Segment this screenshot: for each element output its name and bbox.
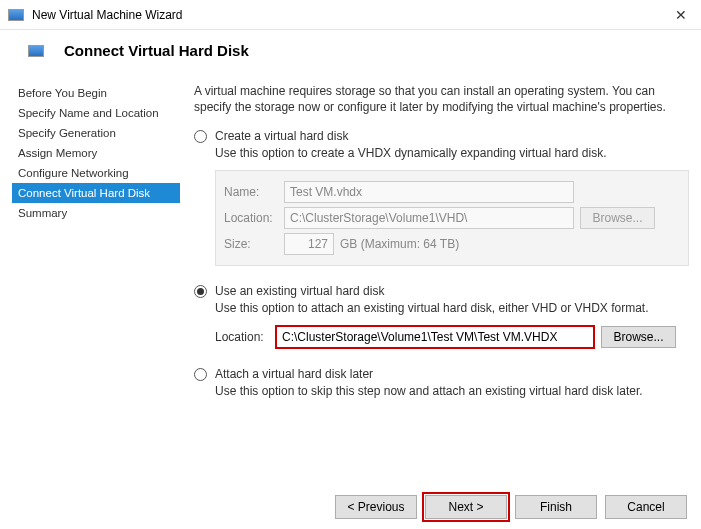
existing-fields: Location: Browse... <box>215 325 689 349</box>
wizard-body: Before You Begin Specify Name and Locati… <box>0 75 701 416</box>
cancel-button[interactable]: Cancel <box>605 495 687 519</box>
step-summary[interactable]: Summary <box>12 203 180 223</box>
create-loc-input <box>284 207 574 229</box>
existing-loc-input[interactable] <box>275 325 595 349</box>
wizard-footer: < Previous Next > Finish Cancel <box>335 495 687 519</box>
existing-browse-button[interactable]: Browse... <box>601 326 676 348</box>
intro-text: A virtual machine requires storage so th… <box>194 83 689 115</box>
wizard-icon <box>28 45 44 57</box>
create-name-input <box>284 181 574 203</box>
create-size-input <box>284 233 334 255</box>
existing-loc-label: Location: <box>215 330 275 344</box>
page-title: Connect Virtual Hard Disk <box>64 42 249 59</box>
step-before-you-begin[interactable]: Before You Begin <box>12 83 180 103</box>
next-button[interactable]: Next > <box>425 495 507 519</box>
existing-desc: Use this option to attach an existing vi… <box>215 301 689 315</box>
window-title: New Virtual Machine Wizard <box>32 8 669 22</box>
create-fields: Name: Location: Browse... Size: GB (Maxi… <box>215 170 689 266</box>
wizard-icon <box>8 9 24 21</box>
radio-existing[interactable] <box>194 285 207 298</box>
later-desc: Use this option to skip this step now an… <box>215 384 689 398</box>
option-attach-later: Attach a virtual hard disk later Use thi… <box>194 367 689 398</box>
option-existing-vhd: Use an existing virtual hard disk Use th… <box>194 284 689 349</box>
titlebar: New Virtual Machine Wizard ✕ <box>0 0 701 30</box>
wizard-content: A virtual machine requires storage so th… <box>180 83 689 416</box>
previous-button[interactable]: < Previous <box>335 495 417 519</box>
create-name-label: Name: <box>224 185 284 199</box>
step-specify-generation[interactable]: Specify Generation <box>12 123 180 143</box>
radio-create-label: Create a virtual hard disk <box>215 129 348 143</box>
radio-later-label: Attach a virtual hard disk later <box>215 367 373 381</box>
radio-later[interactable] <box>194 368 207 381</box>
step-assign-memory[interactable]: Assign Memory <box>12 143 180 163</box>
create-browse-button: Browse... <box>580 207 655 229</box>
step-connect-vhd[interactable]: Connect Virtual Hard Disk <box>12 183 180 203</box>
radio-create[interactable] <box>194 130 207 143</box>
create-loc-label: Location: <box>224 211 284 225</box>
option-create-vhd: Create a virtual hard disk Use this opti… <box>194 129 689 266</box>
create-desc: Use this option to create a VHDX dynamic… <box>215 146 689 160</box>
step-configure-networking[interactable]: Configure Networking <box>12 163 180 183</box>
finish-button[interactable]: Finish <box>515 495 597 519</box>
radio-existing-label: Use an existing virtual hard disk <box>215 284 384 298</box>
step-sidebar: Before You Begin Specify Name and Locati… <box>12 83 180 416</box>
create-size-label: Size: <box>224 237 284 251</box>
page-header: Connect Virtual Hard Disk <box>0 30 701 75</box>
step-specify-name[interactable]: Specify Name and Location <box>12 103 180 123</box>
create-size-unit: GB (Maximum: 64 TB) <box>340 237 459 251</box>
close-icon[interactable]: ✕ <box>669 7 693 23</box>
